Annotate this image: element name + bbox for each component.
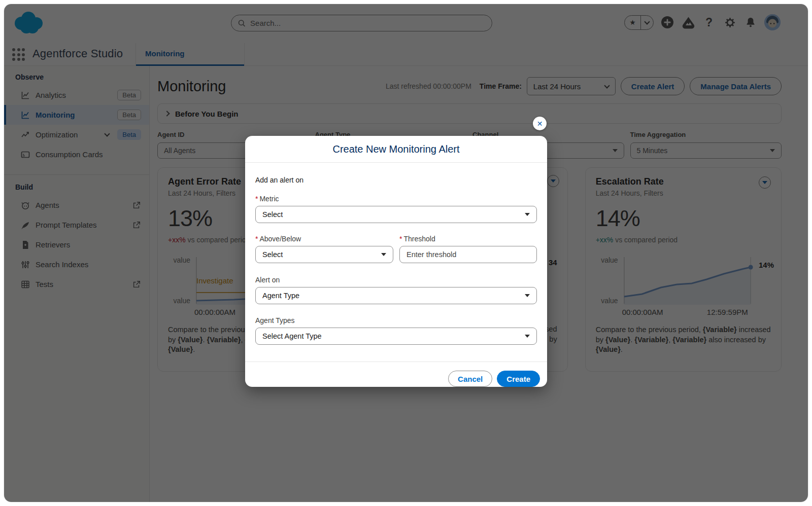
dropdown-arrow-icon (525, 335, 530, 338)
threshold-input-wrap (399, 246, 537, 263)
dropdown-arrow-icon (525, 213, 530, 216)
threshold-input[interactable] (407, 250, 530, 259)
required-asterisk: * (399, 235, 402, 243)
agent-types-field-label: Agent Types (255, 316, 537, 324)
dropdown-arrow-icon (381, 253, 386, 256)
alert-on-select[interactable]: Agent Type (255, 287, 537, 304)
create-button[interactable]: Create (497, 371, 540, 387)
agent-types-select[interactable]: Select Agent Type (255, 328, 537, 345)
above-below-select[interactable]: Select (255, 246, 393, 263)
cancel-button[interactable]: Cancel (448, 371, 492, 387)
modal-close-button[interactable]: ✕ (533, 117, 547, 130)
alert-on-field-label: Alert on (255, 276, 537, 284)
required-asterisk: * (255, 195, 258, 203)
app-window: ★ ? (4, 4, 808, 502)
create-alert-modal: Create New Monitoring Alert Add an alert… (245, 136, 547, 387)
metric-field-label: *Metric (255, 195, 537, 203)
dropdown-arrow-icon (525, 294, 530, 297)
threshold-field-label: *Threshold (399, 235, 537, 243)
modal-intro: Add an alert on (255, 176, 537, 184)
metric-select[interactable]: Select (255, 206, 537, 223)
above-below-field-label: *Above/Below (255, 235, 393, 243)
required-asterisk: * (255, 235, 258, 243)
modal-title: Create New Monitoring Alert (332, 143, 459, 155)
